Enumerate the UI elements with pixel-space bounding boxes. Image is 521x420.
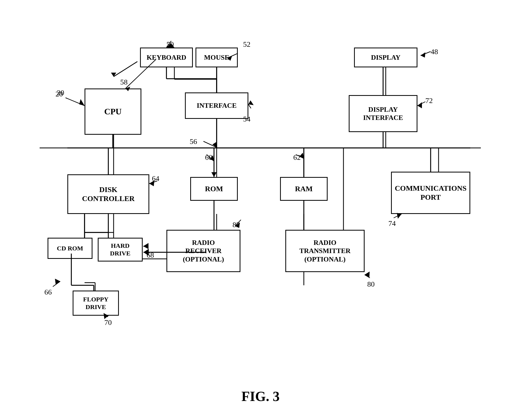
ref-num-82: 82 [232,221,240,229]
cpu-label: CPU [104,106,122,116]
ref-num-70: 70 [104,318,112,327]
ref-num-60: 60 [205,153,212,162]
rom-label: ROM [205,184,223,193]
ref-num-56: 56 [190,137,197,146]
svg-line-10 [114,62,137,77]
mouse-box: MOUSE [196,48,238,67]
disk-controller-box: DISK CONTROLLER [67,174,149,214]
hard-drive-box: HARD DRIVE [98,238,143,262]
cd-rom-label: CD ROM [57,245,83,252]
display-box: DISPLAY [354,48,417,67]
ref-num-52: 52 [243,40,250,49]
cd-rom-box: CD ROM [48,238,92,259]
keyboard-label: KEYBOARD [147,53,186,62]
display-label: DISPLAY [371,53,401,62]
floppy-drive-box: FLOPPY DRIVE [73,291,119,316]
display-interface-label: DISPLAY INTERFACE [363,105,403,122]
hard-drive-label: HARD DRIVE [110,242,130,257]
ref-num-54: 54 [243,115,250,123]
diagram: 20 KEYBOARD MOUSE DISPLAY CPU INTERFACE … [26,21,495,391]
communications-port-label: COMMUNICATIONS PORT [395,184,467,202]
radio-transmitter-box: RADIO TRANSMITTER (OPTIONAL) [285,230,365,272]
svg-marker-11 [111,73,116,77]
ref-num-68: 68 [147,251,154,259]
ref-num-58: 58 [120,78,128,86]
ref-num-62: 62 [293,153,301,162]
ref-num-80: 80 [367,280,375,288]
ram-box: RAM [280,177,328,201]
ref-num-66: 66 [44,288,52,296]
communications-port-box: COMMUNICATIONS PORT [391,172,470,214]
ref-num-50: 50 [166,40,174,49]
cpu-box: CPU [85,88,141,135]
display-interface-box: DISPLAY INTERFACE [349,95,417,132]
keyboard-box: KEYBOARD [140,48,193,67]
floppy-drive-label: FLOPPY DRIVE [83,296,109,311]
figure-title: FIG. 3 [241,389,280,404]
radio-receiver-label: RADIO RECEIVER (OPTIONAL) [183,239,224,263]
ref-num-74: 74 [388,219,396,228]
radio-receiver-box: RADIO RECEIVER (OPTIONAL) [166,230,240,272]
ref-num-48: 48 [431,48,438,56]
ref-num-64: 64 [152,174,159,183]
mouse-label: MOUSE [204,53,229,62]
radio-transmitter-label: RADIO TRANSMITTER (OPTIONAL) [299,239,351,263]
interface-label: INTERFACE [197,101,236,110]
ref-num-20: 20 [57,88,64,97]
ref-num-72: 72 [425,96,433,105]
interface-box: INTERFACE [185,92,248,119]
ram-label: RAM [295,184,313,193]
rom-box: ROM [190,177,238,201]
figure-label: FIG. 3 [241,389,280,404]
disk-controller-label: DISK CONTROLLER [82,185,134,203]
